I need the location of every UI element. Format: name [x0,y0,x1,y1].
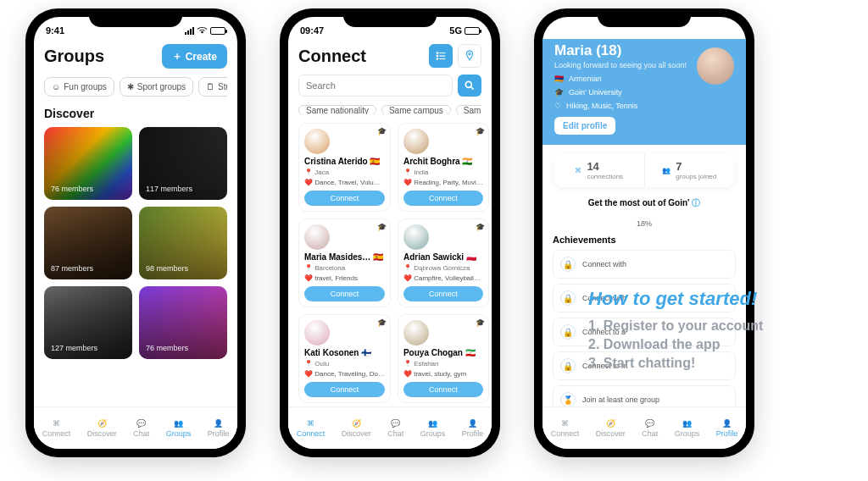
tab-profile[interactable]: 👤Profile [208,419,230,438]
tab-profile[interactable]: 👤Profile [462,419,484,438]
tab-groups[interactable]: 👥Groups [166,419,192,438]
group-card[interactable]: Art76 members [139,286,227,359]
filter-chip[interactable]: Same campus [381,105,451,114]
person-card[interactable]: 🎓Adrian Sawicki 🇵🇱📍 Dąbrowa Górnicza❤️ C… [398,218,489,307]
heart-icon: ♡ [554,102,561,110]
person-card[interactable]: 🎓Pouya Chogan 🇮🇷📍 Esfahan❤️ travel, stud… [398,314,489,403]
grad-cap-icon: 🎓 [377,318,387,327]
phone-profile: Maria (18) Looking forward to seeing you… [534,8,754,457]
person-location: 📍 Jaca [304,169,329,176]
list-view-toggle[interactable] [429,44,453,68]
tab-icon: 👤 [214,419,223,428]
tab-discover[interactable]: 🧭Discover [596,419,626,438]
tab-connect[interactable]: ⌘Connect [42,419,71,438]
map-view-toggle[interactable] [458,44,481,68]
get-most-heading: Get the most out of Goin' ⓘ [553,197,736,209]
stat-groups[interactable]: 👥 7groups joined [644,153,735,187]
person-card[interactable]: 🎓Kati Kosonen 🇫🇮📍 Oulu❤️ Dance, Travelin… [298,314,391,403]
connect-button[interactable]: Connect [403,382,483,397]
person-name: Cristina Aterido 🇪🇸 [304,157,380,166]
info-icon[interactable]: ⓘ [692,198,700,207]
avatar [304,320,330,346]
avatar [403,129,429,154]
search-input[interactable] [298,75,453,97]
flag-icon: 🇮🇳 [462,157,472,166]
svg-rect-0 [437,52,438,53]
svg-rect-5 [439,58,445,59]
tab-chat[interactable]: 💬Chat [387,419,403,438]
group-card[interactable]: Housing group127 members [44,286,132,359]
filter-chip-sport[interactable]: ✱ Sport groups [120,77,193,97]
filter-chip-study[interactable]: 🗒 Study g [198,77,227,97]
flag-icon: 🇮🇷 [465,348,476,357]
flag-icon: 🇪🇸 [370,157,380,166]
person-location: 📍 Barcelona [304,264,345,272]
achievement-item[interactable]: 🏅Join at least one group [553,385,736,406]
badge-icon: 🏅 [560,392,576,406]
progress-percent: 18% [553,219,736,228]
person-tags: ❤️ Dance, Travel, Volu… [304,179,385,186]
tab-bar: ⌘Connect🧭Discover💬Chat👥Groups👤Profile [542,406,746,449]
person-name: Adrian Sawicki 🇵🇱 [403,252,476,262]
status-time: 9:41 [46,25,64,36]
filter-chip[interactable]: Same nationality [298,105,376,114]
tab-icon: 👤 [468,419,477,428]
person-location: 📍 Esfahan [403,360,439,368]
edit-profile-button[interactable]: Edit profile [554,117,615,135]
search-icon [464,80,476,91]
tab-profile[interactable]: 👤Profile [716,419,738,438]
connect-button[interactable]: Connect [403,191,483,206]
link-icon: ⌘ [575,167,581,174]
group-card[interactable]: LGBTQ+ group76 members [44,127,132,200]
filter-chip-fun[interactable]: ☺ Fun groups [44,77,114,97]
tab-chat[interactable]: 💬Chat [133,419,149,438]
plus-icon: ＋ [172,49,182,64]
connect-button[interactable]: Connect [304,286,385,301]
person-location: 📍 India [403,169,429,176]
tab-groups[interactable]: 👥Groups [675,419,700,438]
flag-icon: 🇪🇸 [373,252,383,262]
tab-bar: ⌘Connect🧭Discover💬Chat👥Groups👤Profile [288,406,492,449]
tab-icon: 💬 [136,419,146,428]
person-card[interactable]: 🎓Maria Masides… 🇪🇸📍 Barcelona❤️ travel, … [298,218,391,307]
lock-icon: 🔒 [560,290,576,306]
howto-panel: How to get started! 1. Register to your … [588,288,843,374]
tab-connect[interactable]: ⌘Connect [551,419,580,438]
person-location: 📍 Oulu [304,360,329,368]
achievement-item[interactable]: 🔒Connect with [553,250,736,279]
lock-icon: 🔒 [560,257,576,272]
person-card[interactable]: 🎓Archit Boghra 🇮🇳📍 India❤️ Reading, Part… [398,123,489,212]
tab-groups[interactable]: 👥Groups [420,419,446,438]
stat-connections[interactable]: ⌘ 14connections [554,153,644,187]
group-card[interactable]: Food lovers98 members [139,207,227,279]
connect-button[interactable]: Connect [304,191,385,206]
connect-button[interactable]: Connect [304,382,385,397]
people-grid: 🎓Cristina Aterido 🇪🇸📍 Jaca❤️ Dance, Trav… [298,123,481,403]
svg-rect-2 [437,55,438,57]
tab-chat[interactable]: 💬Chat [642,419,658,438]
tab-icon: ⌘ [53,419,60,428]
tab-icon: 👥 [174,419,183,428]
lock-icon: 🔒 [560,358,576,373]
achievements-heading: Achievements [553,235,736,245]
person-name: Kati Kosonen 🇫🇮 [304,348,371,357]
create-button[interactable]: ＋ Create [162,44,227,69]
avatar [403,224,429,250]
group-card[interactable]: Fitness117 members [139,127,227,200]
person-card[interactable]: 🎓Cristina Aterido 🇪🇸📍 Jaca❤️ Dance, Trav… [298,123,391,212]
tab-discover[interactable]: 🧭Discover [87,419,117,438]
filter-chip[interactable]: Same study [456,105,481,114]
flag-icon: 🇫🇮 [361,348,371,357]
connect-button[interactable]: Connect [403,286,483,301]
search-button[interactable] [458,75,481,97]
tab-connect[interactable]: ⌘Connect [297,419,326,438]
lock-icon: 🔒 [560,324,576,340]
tab-discover[interactable]: 🧭Discover [342,419,371,438]
tab-icon: ⌘ [307,419,314,428]
battery-icon [210,27,225,35]
person-tags: ❤️ Dance, Traveling, Do… [304,370,385,378]
svg-rect-3 [439,55,445,56]
flag-icon: 🇵🇱 [466,252,476,262]
group-card[interactable]: Book club87 members [44,207,132,279]
howto-title: How to get started! [588,288,843,310]
